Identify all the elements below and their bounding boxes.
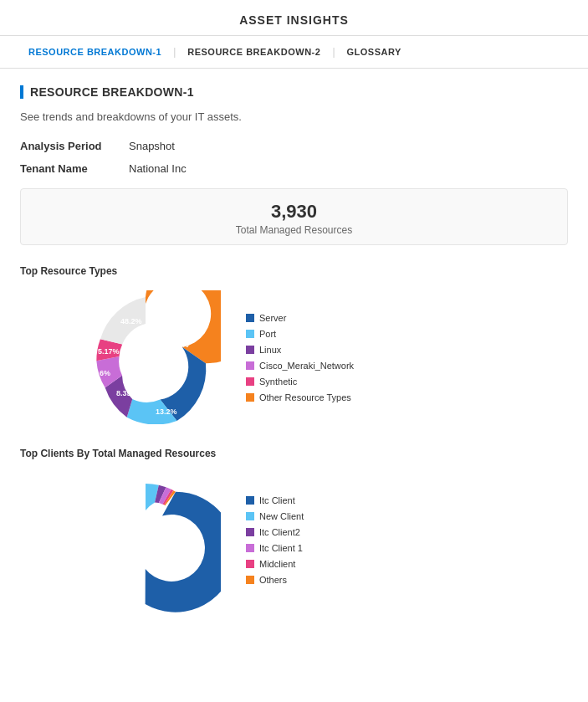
clients-donut: 91.8% (70, 473, 221, 607)
stats-box: 3,930 Total Managed Resources (20, 188, 568, 245)
legend-label-linux: Linux (259, 345, 281, 355)
clients-chart-container: 91.8% Itc Client New Client Itc Client2 (20, 473, 568, 607)
legend-dot-itc-client1 (246, 544, 254, 552)
resource-types-donut: 18.6% 13.2% 8.35% 6% 5.17% 48.2% (70, 290, 221, 424)
section-desc: See trends and breakdowns of your IT ass… (20, 110, 568, 123)
legend-midclient: Midclient (246, 559, 304, 569)
legend-dot-itc-client2 (246, 528, 254, 536)
legend-synthetic: Synthetic (246, 377, 354, 387)
section-title: RESOURCE BREAKDOWN-1 (20, 85, 568, 99)
legend-dot-synthetic (246, 377, 254, 386)
legend-label-other-resource: Other Resource Types (259, 392, 351, 402)
svg-text:5.17%: 5.17% (98, 347, 120, 356)
legend-other-resource: Other Resource Types (246, 392, 354, 402)
resource-types-title: Top Resource Types (20, 265, 568, 277)
svg-text:6%: 6% (100, 369, 110, 377)
legend-dot-others (246, 576, 254, 584)
legend-label-itc-client: Itc Client (259, 495, 295, 505)
legend-label-synthetic: Synthetic (259, 377, 297, 387)
legend-new-client: New Client (246, 511, 304, 521)
stats-label: Total Managed Resources (21, 224, 567, 236)
svg-text:48.2%: 48.2% (120, 317, 142, 325)
legend-label-midclient: Midclient (259, 559, 295, 569)
resource-types-chart-container: 18.6% 13.2% 8.35% 6% 5.17% 48.2% Server … (20, 290, 568, 424)
legend-dot-midclient (246, 560, 254, 568)
info-grid: Analysis Period Snapshot Tenant Name Nat… (20, 140, 568, 175)
analysis-period-value: Snapshot (129, 140, 568, 152)
svg-text:13.2%: 13.2% (156, 407, 177, 416)
tenant-name-label: Tenant Name (20, 162, 129, 175)
clients-title: Top Clients By Total Managed Resources (20, 448, 568, 459)
legend-cisco: Cisco_Meraki_Network (246, 361, 354, 371)
legend-dot-cisco (246, 361, 254, 370)
legend-label-others: Others (259, 575, 287, 585)
nav-item-glossary[interactable]: GLOSSARY (335, 47, 413, 57)
tenant-name-value: National Inc (129, 162, 568, 175)
legend-label-port: Port (259, 329, 276, 339)
legend-others: Others (246, 575, 304, 585)
legend-dot-linux (246, 346, 254, 354)
resource-types-legend: Server Port Linux Cisco_Meraki_Network S… (246, 313, 354, 402)
legend-label-itc-client1: Itc Client 1 (259, 543, 303, 553)
nav-item-rb1[interactable]: RESOURCE BREAKDOWN-1 (17, 47, 173, 57)
legend-dot-itc-client (246, 496, 254, 505)
svg-text:91.8%: 91.8% (130, 550, 152, 558)
legend-dot-new-client (246, 512, 254, 520)
nav-item-rb2[interactable]: RESOURCE BREAKDOWN-2 (176, 47, 332, 57)
legend-itc-client: Itc Client (246, 495, 304, 505)
legend-linux: Linux (246, 345, 354, 355)
resource-types-section: Top Resource Types (20, 265, 568, 424)
legend-itc-client1: Itc Client 1 (246, 543, 304, 553)
main-section: RESOURCE BREAKDOWN-1 See trends and brea… (0, 69, 588, 647)
stats-number: 3,930 (21, 201, 567, 223)
nav-bar: RESOURCE BREAKDOWN-1 | RESOURCE BREAKDOW… (0, 36, 588, 69)
legend-label-cisco: Cisco_Meraki_Network (259, 361, 354, 371)
svg-text:18.6%: 18.6% (167, 341, 189, 349)
svg-text:8.35%: 8.35% (116, 389, 138, 397)
legend-itc-client2: Itc Client2 (246, 527, 304, 537)
legend-port: Port (246, 329, 354, 339)
legend-dot-server (246, 314, 254, 322)
legend-label-new-client: New Client (259, 511, 304, 521)
legend-server: Server (246, 313, 354, 323)
legend-label-itc-client2: Itc Client2 (259, 527, 300, 537)
analysis-period-label: Analysis Period (20, 140, 129, 152)
legend-dot-port (246, 330, 254, 338)
legend-dot-other-resource (246, 393, 254, 402)
clients-legend: Itc Client New Client Itc Client2 Itc Cl… (246, 495, 304, 585)
legend-label-server: Server (259, 313, 286, 323)
page-title: ASSET INSIGHTS (0, 0, 588, 36)
clients-section: Top Clients By Total Managed Resources (20, 448, 568, 607)
